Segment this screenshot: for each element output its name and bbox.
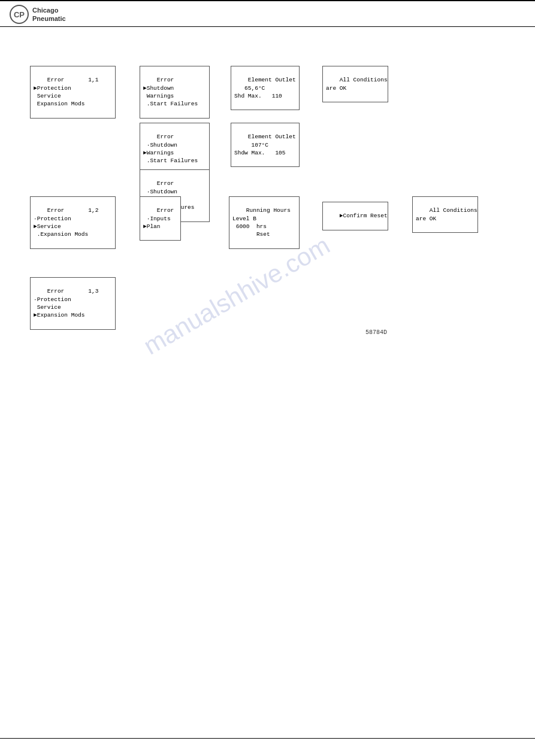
box-all-conditions-2: All Conditions are OK: [412, 196, 478, 233]
box-running-hours: Running Hours Level B 6000 hrs Rset: [229, 196, 300, 249]
logo-icon: CP: [10, 5, 29, 24]
page-footer: [0, 738, 535, 750]
watermark: manualshhive.com: [138, 231, 334, 361]
box-element-outlet-1: Element Outlet 65,6°C Shd Max. 110: [231, 66, 300, 110]
box-error-1-3: Error 1,3 ·Protection Service ►Expansion…: [30, 277, 116, 330]
page-header: CP Chicago Pneumatic: [0, 0, 535, 27]
box-error-inputs: Error ·Inputs ►Plan: [140, 196, 181, 241]
box-all-conditions-1: All Conditions are OK: [322, 66, 388, 102]
top-border: [0, 0, 535, 1]
box-confirm-reset: ►Confirm Reset: [322, 202, 388, 230]
figure-label: 58784D: [365, 329, 387, 336]
box-error-1-2: Error 1,2 ·Protection ►Service .Expansio…: [30, 196, 116, 249]
box-error-shutdown-1: Error ►Shutdown Warnings .Start Failures: [140, 66, 210, 119]
box-element-outlet-2: Element Outlet 107°C Shdw Max. 105: [231, 123, 300, 167]
box-error-shutdown-2: Error ·Shutdown ►Warnings .Start Failure…: [140, 123, 210, 175]
box-error-1-1: Error 1,1 ►Protection Service Expansion …: [30, 66, 116, 119]
logo-text: Chicago Pneumatic: [32, 6, 66, 23]
